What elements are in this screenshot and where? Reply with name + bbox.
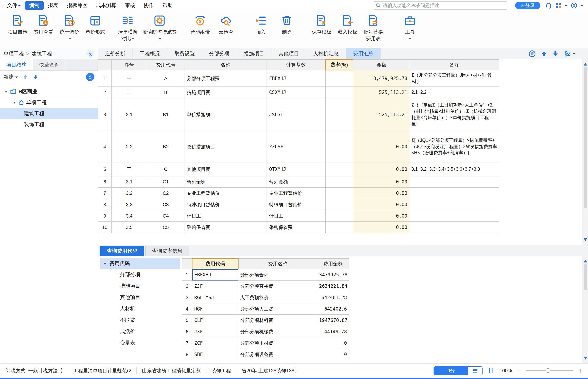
fee-code-cell[interactable]: RGF_YSJ: [192, 292, 238, 303]
fee-row[interactable]: 1 一 A 分部分项工程费 FBFXHJ 3,479,925.78 Σ（Ji*分…: [98, 70, 499, 87]
col-header-amount[interactable]: 金额: [353, 60, 410, 70]
support-icon[interactable]: [545, 2, 552, 9]
note-cell[interactable]: [410, 210, 499, 222]
seq-cell[interactable]: 3.3: [112, 199, 147, 210]
breadcrumb-project[interactable]: 单项工程: [3, 50, 24, 57]
main-tab[interactable]: 费用汇总: [346, 48, 381, 59]
fee-amount-cell[interactable]: 0: [317, 349, 349, 360]
vertical-scrollbar[interactable]: [583, 59, 588, 245]
search-input[interactable]: [383, 3, 505, 8]
base-cell[interactable]: CSXMHJ: [267, 87, 325, 98]
name-cell[interactable]: 暂列金额: [184, 176, 267, 188]
fee-name-cell[interactable]: 分部分项材料费: [238, 315, 317, 326]
col-header-fee-name[interactable]: 费用名称: [238, 259, 317, 269]
main-tab[interactable]: 工程概况: [133, 48, 167, 59]
seq-cell[interactable]: 2.2: [112, 131, 147, 162]
fee-amount-cell[interactable]: 3479925.78: [317, 269, 349, 281]
tree-node-building-work[interactable]: 建筑工程: [0, 108, 98, 119]
zoom-out-button[interactable]: −: [517, 367, 521, 374]
fee-row[interactable]: 7 3.2 C2 专业工程暂估价 专业工程暂估价 0.00: [98, 188, 499, 199]
amount-cell[interactable]: 525,113.21: [353, 98, 410, 131]
code-cell[interactable]: B1: [147, 98, 184, 131]
amount-cell[interactable]: 0.00: [353, 162, 410, 176]
load-template-button[interactable]: 载入模板: [335, 13, 360, 35]
tree-node-root[interactable]: B区商业: [0, 86, 98, 97]
fee-name-cell[interactable]: 分部分项合计: [238, 269, 317, 281]
score-pill[interactable]: 0分: [434, 366, 483, 375]
seq-cell[interactable]: 3.5: [112, 222, 147, 233]
sidebar-tab[interactable]: 项目结构: [0, 59, 33, 70]
menu-item[interactable]: 帮助: [158, 1, 177, 10]
fee-name-cell[interactable]: 分部分项机械费: [238, 326, 317, 337]
tree-item[interactable]: 分部分项: [98, 269, 182, 280]
fee-code-row[interactable]: 6 JXF 分部分项机械费 44149.78: [182, 326, 349, 337]
fee-row[interactable]: 8 3.3 C3 特殊项目暂估价 特殊项目暂估价 0.00: [98, 199, 499, 210]
new-button[interactable]: 新建: [3, 73, 14, 80]
fee-code-cell[interactable]: JXF: [192, 326, 238, 337]
panel-toggle-icon[interactable]: [488, 367, 494, 374]
collapse-sidebar-button[interactable]: [87, 50, 94, 58]
fee-code-cell[interactable]: ZJF: [192, 281, 238, 292]
name-cell[interactable]: 专业工程暂估价: [184, 188, 267, 199]
note-cell[interactable]: Σ｛（定额Σ（工日消耗量×人工单价）+Σ（材料消耗量×材料单价）+Σ（机械台班消…: [410, 98, 499, 131]
tree-expand-icon[interactable]: [13, 102, 16, 105]
fee-code-tree-header[interactable]: 费用代码: [100, 258, 180, 269]
tree-node-unit-project[interactable]: 单项工程: [0, 97, 98, 108]
note-cell[interactable]: [410, 176, 499, 188]
fee-amount-cell[interactable]: 2634221.84: [317, 281, 349, 292]
rate-cell[interactable]: [325, 222, 353, 233]
amount-cell[interactable]: 0.00: [353, 199, 410, 210]
amount-cell[interactable]: 0.00: [353, 210, 410, 222]
delete-button[interactable]: 删除: [274, 13, 300, 35]
statusbar-item[interactable]: 山东省建筑工程消耗量定额: [136, 367, 201, 374]
zoom-slider-thumb[interactable]: [546, 368, 550, 373]
note-cell[interactable]: 2.1+2.2: [410, 87, 499, 98]
main-tab[interactable]: 分部分项: [202, 48, 237, 59]
tree-item[interactable]: 措施项目: [98, 280, 182, 291]
amount-cell[interactable]: 0.00: [353, 176, 410, 188]
code-cell[interactable]: C3: [147, 199, 184, 210]
fee-name-cell[interactable]: 人工费预算价: [238, 292, 317, 303]
note-cell[interactable]: [410, 199, 499, 210]
global-search[interactable]: [373, 1, 508, 10]
code-cell[interactable]: B: [147, 87, 184, 98]
main-tab[interactable]: 人材机汇总: [306, 48, 346, 59]
fee-view-button[interactable]: ¥ 费用查看: [30, 13, 57, 35]
code-cell[interactable]: C5: [147, 222, 184, 233]
fee-amount-cell[interactable]: 44149.78: [317, 326, 349, 337]
chevron-down-icon[interactable]: [565, 5, 567, 8]
menu-item[interactable]: 指标神器: [62, 1, 91, 10]
amount-cell[interactable]: 0.00: [353, 131, 410, 162]
unit-price-form-button[interactable]: ¥ 单价形式: [82, 13, 108, 35]
note-cell[interactable]: Σ[（JQ1×分部分项工程量）×措施费费率+（JQ1×分部分项工程量）×省发措施…: [410, 131, 499, 162]
fee-code-cell[interactable]: FBFXHJ: [192, 269, 238, 281]
code-cell[interactable]: C2: [147, 188, 184, 199]
col-header-fee-amount[interactable]: 费用金额: [317, 259, 349, 269]
rate-cell[interactable]: [325, 199, 353, 210]
tools-button[interactable]: 工具: [397, 13, 423, 41]
base-cell[interactable]: 采购保管费: [267, 222, 325, 233]
row-down-button[interactable]: [552, 51, 559, 57]
seq-cell[interactable]: 3.1: [112, 176, 147, 188]
main-tab[interactable]: 造价分析: [98, 48, 133, 59]
fee-amount-cell[interactable]: 642401.28: [317, 292, 349, 303]
statusbar-item[interactable]: 装饰工程: [206, 367, 231, 374]
vertical-scrollbar[interactable]: [583, 256, 588, 363]
fee-row[interactable]: 4 2.2 B2 总价措施项目 ZZCSF 0.00 Σ[（JQ1×分部分项工程…: [98, 131, 499, 162]
rate-cell[interactable]: [325, 176, 353, 188]
base-cell[interactable]: 暂列金额: [267, 176, 325, 188]
name-cell[interactable]: 措施项目费: [184, 87, 267, 98]
tree-expand-icon[interactable]: [5, 91, 8, 94]
fee-amount-cell[interactable]: 0: [317, 337, 349, 349]
tree-item[interactable]: 不取费: [98, 314, 182, 326]
note-cell[interactable]: 3.1+3.2+3.3+3.4+3.5+3.6+3.7+3.8: [410, 162, 499, 176]
query-tab[interactable]: 查询费率信息: [146, 246, 189, 256]
move-up-button[interactable]: [23, 74, 28, 80]
save-template-button[interactable]: 保存模板: [309, 13, 335, 35]
query-tab[interactable]: 查询费用代码: [100, 246, 144, 256]
display-settings-button[interactable]: [564, 50, 575, 58]
cloud-check-button[interactable]: 云检查: [213, 13, 239, 35]
apps-grid-icon[interactable]: [556, 2, 561, 8]
col-header-seq[interactable]: 序号: [112, 60, 147, 70]
scrollbar-thumb[interactable]: [584, 264, 587, 290]
